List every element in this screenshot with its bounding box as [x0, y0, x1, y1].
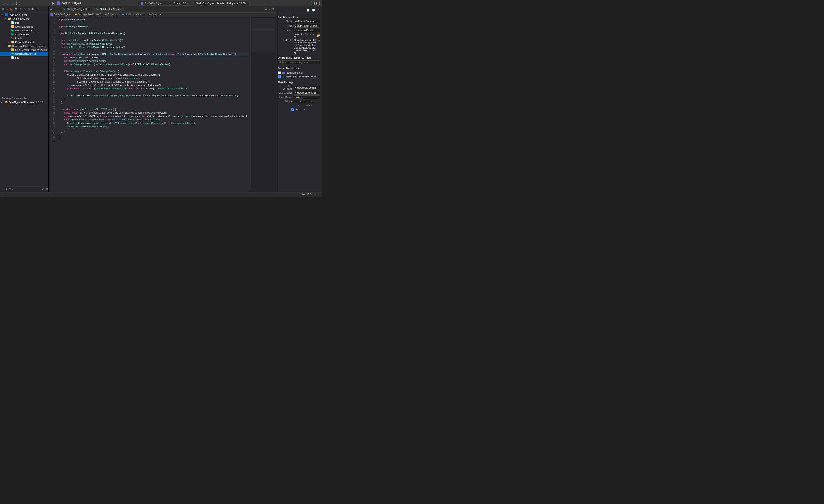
toggle-navigator-icon[interactable]: [16, 2, 20, 5]
tree-row-11[interactable]: 📄Info: [0, 56, 48, 60]
add-editor-icon[interactable]: ▥: [272, 8, 274, 11]
ondemand-tags-input[interactable]: [278, 61, 320, 64]
location-label: Location: [278, 29, 292, 31]
name-field[interactable]: NotificationService.swift: [294, 20, 320, 23]
source-code[interactable]: import UserNotifications import OneSigna…: [57, 17, 250, 192]
nav-back-icon[interactable]: 〈: [53, 7, 56, 11]
run-button[interactable]: ▶: [52, 1, 55, 5]
tab-width-stepper[interactable]: 4: [294, 100, 303, 103]
main-split: ▦ ⎋ 🔖 🔍 ⚠ ◇ ▤ ⬢ ☰ ▾🟦Swift-OneSignal▾📁Swi…: [0, 6, 322, 192]
toggle-debug-area-icon[interactable]: ▭: [318, 193, 320, 196]
tree-row-4[interactable]: 🐦Swift_OneSignalApp: [0, 28, 48, 32]
target-checkbox-1[interactable]: [278, 75, 281, 78]
recent-filter-icon[interactable]: ◐: [42, 188, 44, 191]
tree-row-6[interactable]: 🗂Assets: [0, 36, 48, 40]
toggle-inspector-icon[interactable]: [316, 2, 320, 5]
target-row-1[interactable]: ⊞ OneSignalNotificationServiceExten…: [278, 75, 320, 79]
reveal-in-finder-icon[interactable]: ➜: [318, 39, 320, 42]
nav-forward-icon[interactable]: 〉: [57, 7, 59, 11]
plist-icon: 📄: [11, 21, 14, 24]
chevron-right-icon: 〉: [71, 13, 74, 16]
tree-row-1[interactable]: ▾📁Swift-OneSignal: [0, 17, 48, 21]
titlebar: ▶ Swift-OneSignal Swift-OneSignal 〉 📱 iP…: [0, 0, 322, 6]
jump-item-0[interactable]: Swift-OneSignal: [50, 13, 70, 16]
add-tab-button[interactable]: ＋: [306, 1, 309, 5]
package-version: 5.0.5: [38, 101, 43, 104]
jump-item-3[interactable]: No Selection: [148, 13, 162, 16]
tree-row-8[interactable]: ▾📁OneSignalNot…viceExtension: [0, 44, 48, 48]
zoom-window-button[interactable]: [11, 2, 14, 5]
location-select[interactable]: Relative to Group: [294, 28, 320, 32]
editor-options-icon[interactable]: ⇄: [265, 8, 267, 11]
run-destination-selector[interactable]: Swift-OneSignal 〉 📱 iPhone 15 Pro: [138, 1, 192, 5]
tree-row-0[interactable]: ▾🟦Swift-OneSignal: [0, 13, 48, 17]
quick-help-icon[interactable]: ？: [317, 9, 320, 12]
tree-label: OneSignalNot…viceExtension: [12, 44, 46, 47]
identity-header: Identity and Type: [278, 16, 320, 18]
package-icon: 📦: [5, 101, 8, 104]
app-icon: [50, 13, 53, 16]
indent-width-stepper[interactable]: 4: [304, 100, 313, 103]
navigator-filter-bar: ＋ ◉ ◐ ▦: [0, 186, 48, 192]
disclosure-icon[interactable]: ▾: [5, 45, 7, 47]
entitlements-icon: 🟨: [11, 48, 14, 51]
indent-using-select[interactable]: Spaces: [294, 95, 320, 99]
swift-icon: 🐦: [11, 52, 14, 55]
history-inspector-icon[interactable]: 🕘: [312, 9, 315, 12]
tree-label: NotificationService: [15, 53, 36, 55]
tree-row-2[interactable]: 📄Info: [0, 21, 48, 25]
jump-bar[interactable]: Swift-OneSignal 〉 📁 OneSignalNotificatio…: [48, 12, 276, 17]
adjust-editor-icon[interactable]: ≡: [269, 8, 270, 11]
wrap-lines-checkbox[interactable]: [291, 108, 294, 111]
project-tree: ▾🟦Swift-OneSignal▾📁Swift-OneSignal📄Info🟨…: [0, 12, 48, 96]
filter-scope-icon[interactable]: ◉: [5, 188, 8, 191]
add-icon[interactable]: ＋: [1, 187, 4, 191]
target-row-0[interactable]: Swift-OneSignal: [278, 71, 320, 75]
minimize-window-button[interactable]: [6, 2, 9, 5]
swift-icon: 🐦: [96, 8, 99, 10]
chevron-right-icon: 〉: [119, 13, 121, 16]
minimap[interactable]: [250, 17, 276, 192]
tree-row-5[interactable]: 🐦ContentView: [0, 32, 48, 36]
activity-status: Swift-OneSignal: Ready | Today at 4:15 P…: [194, 1, 249, 5]
bookmark-navigator-icon[interactable]: 🔖: [9, 8, 13, 11]
editor-tab-1[interactable]: 🐦NotificationService: [93, 8, 124, 11]
related-items-icon[interactable]: ☰: [50, 7, 52, 11]
code-editor[interactable]: 1234567891011121314151617181920212223242…: [48, 17, 276, 192]
jump-item-2[interactable]: 🐦 NotificationService: [122, 13, 144, 16]
target-checkbox-0[interactable]: [278, 71, 281, 74]
package-row[interactable]: ▸ 📦 OneSignalXCFramework 5.0.5: [0, 100, 48, 104]
debug-navigator-icon[interactable]: ▤: [27, 8, 30, 11]
issue-navigator-icon[interactable]: ⚠: [19, 8, 22, 11]
project-navigator-icon[interactable]: ▦: [2, 8, 4, 11]
tree-row-7[interactable]: ▸📁Preview Content: [0, 40, 48, 44]
type-select[interactable]: Default - Swift Source: [294, 24, 320, 27]
tree-row-3[interactable]: 🟨Swift-OneSignal: [0, 25, 48, 28]
source-control-navigator-icon[interactable]: ⎋: [6, 8, 8, 11]
close-window-button[interactable]: [2, 2, 5, 5]
target-name-0: Swift-OneSignal: [287, 72, 303, 74]
disclosure-icon[interactable]: ▾: [1, 14, 4, 16]
line-endings-select[interactable]: No Explicit Line Endings: [294, 91, 320, 95]
tree-row-10[interactable]: 🐦NotificationService: [0, 52, 48, 56]
library-icon[interactable]: [311, 2, 314, 5]
folder-icon: 📁: [8, 44, 11, 47]
choose-location-icon[interactable]: 📁: [317, 34, 320, 37]
debug-view-icon[interactable]: ▭: [2, 193, 4, 196]
encoding-select[interactable]: No Explicit Encoding: [294, 86, 320, 89]
find-navigator-icon[interactable]: 🔍: [14, 8, 18, 11]
navigator-filter-input[interactable]: [9, 188, 41, 191]
breakpoint-navigator-icon[interactable]: ⬢: [31, 8, 34, 11]
tree-row-9[interactable]: 🟨OneSignalN…viceExtension: [0, 48, 48, 52]
destination-name: iPhone 15 Pro: [173, 2, 189, 5]
editor-tab-0[interactable]: 🐦Swift_OneSignalApp: [61, 8, 93, 11]
disclosure-icon[interactable]: ▾: [5, 18, 7, 20]
report-navigator-icon[interactable]: ☰: [36, 8, 38, 11]
window-controls: [2, 2, 14, 5]
scheme-selector[interactable]: Swift-OneSignal: [57, 1, 81, 5]
scm-filter-icon[interactable]: ▦: [46, 188, 48, 191]
jump-item-1[interactable]: 📁 OneSignalNotificationServiceExtension: [75, 13, 118, 16]
disclosure-icon[interactable]: ▸: [8, 41, 10, 43]
file-inspector-icon[interactable]: 📄: [306, 9, 310, 12]
test-navigator-icon[interactable]: ◇: [24, 8, 25, 11]
